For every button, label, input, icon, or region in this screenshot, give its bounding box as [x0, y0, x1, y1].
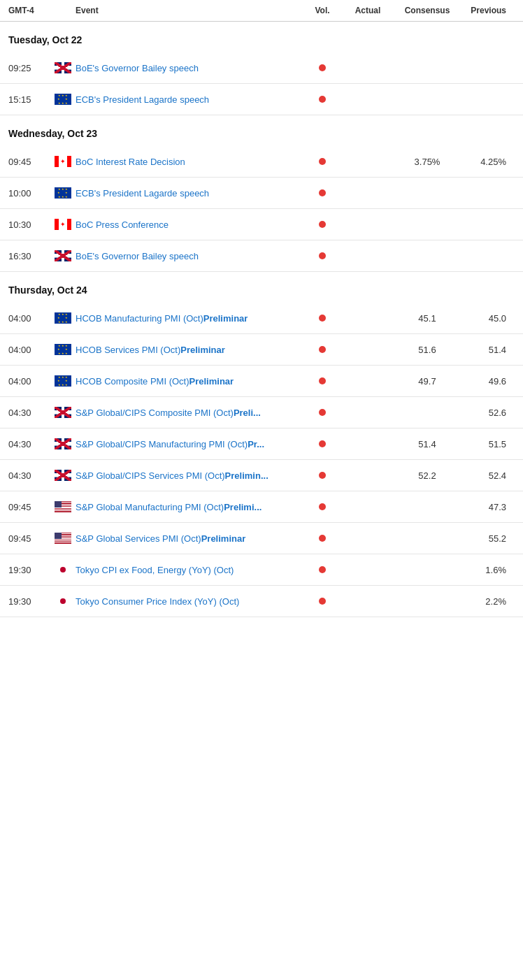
event-time: 09:45: [8, 502, 50, 512]
flag-uk: [55, 470, 71, 481]
flag-ca: ✦: [55, 219, 71, 230]
col-event: Event: [76, 6, 305, 15]
volatility-dot: [319, 472, 326, 479]
flag-uk: [55, 62, 71, 73]
event-name[interactable]: ECB's President Lagarde speech: [76, 188, 305, 199]
event-time: 10:00: [8, 188, 50, 199]
event-row[interactable]: 04:00HCOB Manufacturing PMI (Oct)Prelimi…: [0, 303, 523, 334]
event-row[interactable]: 09:45S&P Global Services PMI (Oct)Prelim…: [0, 523, 523, 554]
event-flag-cell: [50, 533, 76, 544]
event-vol: [305, 440, 340, 447]
flag-uk: [55, 407, 71, 418]
event-name[interactable]: HCOB Manufacturing PMI (Oct)Preliminar: [76, 313, 305, 324]
event-name[interactable]: BoC Press Conference: [76, 219, 305, 230]
event-row[interactable]: 09:25BoE's Governor Bailey speech: [0, 52, 523, 84]
event-name[interactable]: S&P Global Manufacturing PMI (Oct)Prelim…: [76, 502, 305, 512]
calendar-body: Tuesday, Oct 2209:25BoE's Governor Baile…: [0, 22, 523, 617]
event-time: 19:30: [8, 565, 50, 575]
event-row[interactable]: 19:30Tokyo CPI ex Food, Energy (YoY) (Oc…: [0, 554, 523, 586]
event-row[interactable]: 09:45S&P Global Manufacturing PMI (Oct)P…: [0, 491, 523, 523]
event-consensus: 49.7: [396, 376, 459, 387]
event-previous: 47.3: [459, 502, 515, 512]
event-previous: 55.2: [459, 533, 515, 544]
event-row[interactable]: 04:00HCOB Services PMI (Oct)Preliminar51…: [0, 334, 523, 366]
flag-eu: [55, 344, 71, 355]
event-name[interactable]: Tokyo Consumer Price Index (YoY) (Oct): [76, 596, 305, 607]
event-previous: 2.2%: [459, 596, 515, 607]
day-header-1: Wednesday, Oct 23: [0, 115, 523, 146]
event-row[interactable]: 19:30Tokyo Consumer Price Index (YoY) (O…: [0, 586, 523, 617]
event-name[interactable]: BoE's Governor Bailey speech: [76, 63, 305, 73]
event-row[interactable]: 10:00ECB's President Lagarde speech: [0, 178, 523, 209]
event-time: 04:00: [8, 313, 50, 324]
flag-uk: [55, 438, 71, 449]
event-flag-cell: ✦: [50, 219, 76, 230]
day-header-0: Tuesday, Oct 22: [0, 22, 523, 52]
event-row[interactable]: 04:30S&P Global/CIPS Services PMI (Oct)P…: [0, 460, 523, 491]
event-name[interactable]: S&P Global/CIPS Manufacturing PMI (Oct)P…: [76, 439, 305, 449]
col-actual: Actual: [340, 6, 396, 15]
event-row[interactable]: 04:30S&P Global/CIPS Composite PMI (Oct)…: [0, 397, 523, 428]
volatility-dot: [319, 566, 326, 573]
flag-eu: [55, 312, 71, 324]
volatility-dot: [319, 315, 326, 322]
event-flag-cell: [50, 62, 76, 73]
event-name[interactable]: BoC Interest Rate Decision: [76, 157, 305, 167]
volatility-dot: [319, 503, 326, 510]
event-flag-cell: [50, 187, 76, 199]
col-vol: Vol.: [305, 6, 340, 15]
event-consensus: 51.6: [396, 345, 459, 355]
event-name[interactable]: S&P Global/CIPS Services PMI (Oct)Prelim…: [76, 470, 305, 481]
event-name[interactable]: HCOB Services PMI (Oct)Preliminar: [76, 345, 305, 355]
event-row[interactable]: 09:45✦BoC Interest Rate Decision3.75%4.2…: [0, 146, 523, 178]
event-time: 09:45: [8, 157, 50, 167]
event-previous: 49.6: [459, 376, 515, 387]
flag-us: [55, 501, 71, 512]
event-flag-cell: ✦: [50, 156, 76, 167]
flag-uk: [55, 250, 71, 261]
event-time: 10:30: [8, 219, 50, 230]
col-previous: Previous: [459, 6, 515, 15]
event-flag-cell: [50, 250, 76, 261]
event-flag-cell: [50, 564, 76, 575]
event-name[interactable]: Tokyo CPI ex Food, Energy (YoY) (Oct): [76, 565, 305, 575]
event-vol: [305, 346, 340, 353]
volatility-dot: [319, 440, 326, 447]
event-name[interactable]: ECB's President Lagarde speech: [76, 94, 305, 105]
event-time: 09:25: [8, 63, 50, 73]
event-time: 04:30: [8, 439, 50, 449]
volatility-dot: [319, 158, 326, 165]
volatility-dot: [319, 377, 326, 384]
event-time: 15:15: [8, 94, 50, 105]
col-gmt: GMT-4: [8, 6, 50, 15]
event-row[interactable]: 04:00HCOB Composite PMI (Oct)Preliminar4…: [0, 366, 523, 397]
event-row[interactable]: 15:15ECB's President Lagarde speech: [0, 84, 523, 115]
event-time: 04:30: [8, 408, 50, 418]
event-row[interactable]: 16:30BoE's Governor Bailey speech: [0, 240, 523, 272]
event-time: 04:30: [8, 470, 50, 481]
event-name[interactable]: S&P Global Services PMI (Oct)Preliminar: [76, 533, 305, 544]
event-time: 04:00: [8, 345, 50, 355]
event-consensus: 3.75%: [396, 157, 459, 167]
event-flag-cell: [50, 407, 76, 418]
volatility-dot: [319, 409, 326, 416]
flag-eu: [55, 187, 71, 199]
event-name[interactable]: S&P Global/CIPS Composite PMI (Oct)Preli…: [76, 408, 305, 418]
event-time: 19:30: [8, 596, 50, 607]
volatility-dot: [319, 535, 326, 542]
event-consensus: 45.1: [396, 313, 459, 324]
event-vol: [305, 472, 340, 479]
event-vol: [305, 503, 340, 510]
event-vol: [305, 409, 340, 416]
event-previous: 52.6: [459, 408, 515, 418]
event-name[interactable]: BoE's Governor Bailey speech: [76, 251, 305, 261]
event-time: 09:45: [8, 533, 50, 544]
event-flag-cell: [50, 375, 76, 387]
event-time: 04:00: [8, 376, 50, 387]
event-row[interactable]: 04:30S&P Global/CIPS Manufacturing PMI (…: [0, 428, 523, 460]
flag-eu: [55, 94, 71, 105]
event-name[interactable]: HCOB Composite PMI (Oct)Preliminar: [76, 376, 305, 387]
volatility-dot: [319, 64, 326, 71]
event-flag-cell: [50, 94, 76, 105]
event-row[interactable]: 10:30✦BoC Press Conference: [0, 209, 523, 240]
